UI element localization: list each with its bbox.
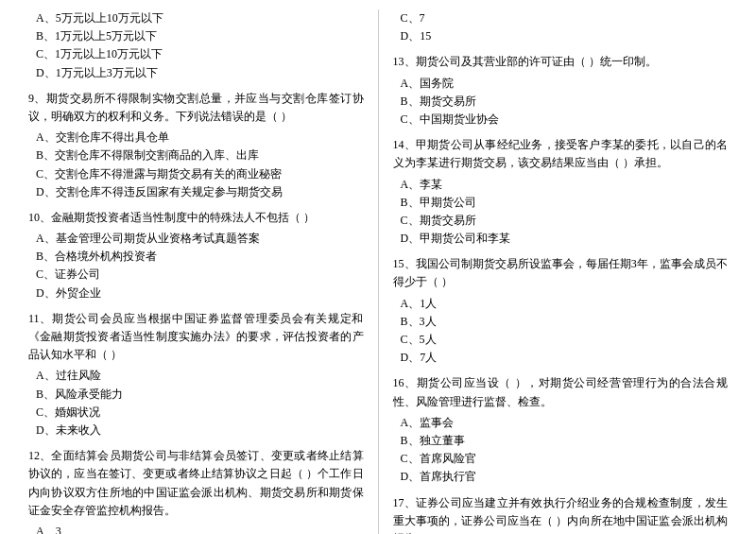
q16-option-c: C、首席风险官 [393,450,729,468]
question-11: 11、期货公司会员应当根据中国证券监督管理委员会有关规定和《金融期货投资者适当性… [28,310,364,439]
q14-option-b: B、甲期货公司 [393,194,729,212]
q13-option-a: A、国务院 [393,75,729,93]
question-10: 10、金融期货投资者适当性制度中的特殊法人不包括（ ） A、基金管理公司期货从业… [28,209,364,302]
q12-option-a: A、3 [28,523,364,534]
question-15: 15、我国公司制期货交易所设监事会，每届任期3年，监事会成员不得少于（ ） A、… [393,255,729,367]
option-d: D、1万元以上3万元以下 [28,64,364,82]
q14-option-c: C、期货交易所 [393,212,729,230]
question-16: 16、期货公司应当设（ ），对期货公司经营管理行为的合法合规性、风险管理进行监督… [393,374,729,486]
option-c-right: C、7 [393,9,729,27]
question-13: 13、期货公司及其营业部的许可证由（ ）统一印制。 A、国务院 B、期货交易所 … [393,53,729,129]
q9-option-b: B、交割仓库不得限制交割商品的入库、出库 [28,146,364,164]
q15-option-c: C、5人 [393,331,729,349]
question-17: 17、证券公司应当建立并有效执行介绍业务的合规检查制度，发生重大事项的，证券公司… [393,494,729,535]
q13-option-b: B、期货交易所 [393,93,729,111]
q11-option-b: B、风险承受能力 [28,386,364,404]
question-17-title: 17、证券公司应当建立并有效执行介绍业务的合规检查制度，发生重大事项的，证券公司… [393,494,729,535]
q14-option-a: A、李某 [393,176,729,194]
question-9-title: 9、期货交易所不得限制实物交割总量，并应当与交割仓库签订协议，明确双方的权利和义… [28,90,364,126]
q10-option-c: C、证券公司 [28,266,364,284]
left-column: A、5万元以上10万元以下 B、1万元以上5万元以下 C、1万元以上10万元以下… [28,9,373,534]
question-11-title: 11、期货公司会员应当根据中国证券监督管理委员会有关规定和《金融期货投资者适当性… [28,310,364,365]
q9-option-c: C、交割仓库不得泄露与期货交易有关的商业秘密 [28,165,364,183]
option-c: C、1万元以上10万元以下 [28,45,364,63]
q14-option-d: D、甲期货公司和李某 [393,230,729,248]
q-prev-right-options: C、7 D、15 [393,9,729,45]
option-a: A、5万元以上10万元以下 [28,9,364,27]
q11-option-c: C、婚姻状况 [28,404,364,422]
option-b: B、1万元以上5万元以下 [28,27,364,45]
q16-option-d: D、首席执行官 [393,468,729,486]
question-12-title: 12、全面结算会员期货公司与非结算会员签订、变更或者终止结算协议的，应当在签订、… [28,447,364,520]
question-16-title: 16、期货公司应当设（ ），对期货公司经营管理行为的合法合规性、风险管理进行监督… [393,374,729,410]
question-14: 14、甲期货公司从事经纪业务，接受客户李某的委托，以自己的名义为李某进行期货交易… [393,136,729,248]
q15-option-b: B、3人 [393,313,729,331]
q15-option-a: A、1人 [393,295,729,313]
right-column: C、7 D、15 13、期货公司及其营业部的许可证由（ ）统一印制。 A、国务院… [384,9,729,534]
q16-option-a: A、监事会 [393,414,729,432]
question-13-title: 13、期货公司及其营业部的许可证由（ ）统一印制。 [393,53,729,71]
column-divider [378,9,379,534]
q9-option-a: A、交割仓库不得出具仓单 [28,129,364,146]
q13-option-c: C、中国期货业协会 [393,111,729,129]
q10-option-a: A、基金管理公司期货从业资格考试真题答案 [28,230,364,248]
q16-option-b: B、独立董事 [393,432,729,450]
question-10-title: 10、金融期货投资者适当性制度中的特殊法人不包括（ ） [28,209,364,227]
q9-option-d: D、交割仓库不得违反国家有关规定参与期货交易 [28,183,364,201]
question-9: 9、期货交易所不得限制实物交割总量，并应当与交割仓库签订协议，明确双方的权利和义… [28,90,364,201]
q15-option-d: D、7人 [393,349,729,367]
option-d-right: D、15 [393,27,729,45]
question-15-title: 15、我国公司制期货交易所设监事会，每届任期3年，监事会成员不得少于（ ） [393,255,729,291]
q-prev-options: A、5万元以上10万元以下 B、1万元以上5万元以下 C、1万元以上10万元以下… [28,9,364,82]
q10-option-d: D、外贸企业 [28,284,364,302]
question-12: 12、全面结算会员期货公司与非结算会员签订、变更或者终止结算协议的，应当在签订、… [28,447,364,534]
question-14-title: 14、甲期货公司从事经纪业务，接受客户李某的委托，以自己的名义为李某进行期货交易… [393,136,729,172]
q11-option-a: A、过往风险 [28,367,364,385]
q10-option-b: B、合格境外机构投资者 [28,248,364,266]
q11-option-d: D、未来收入 [28,422,364,439]
page-content: A、5万元以上10万元以下 B、1万元以上5万元以下 C、1万元以上10万元以下… [28,9,728,534]
